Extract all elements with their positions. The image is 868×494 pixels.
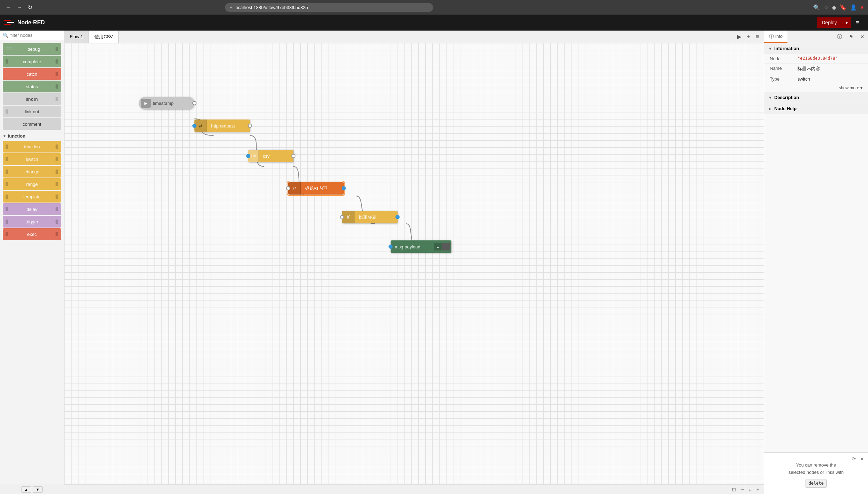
http-icon-symbol: ⇄ [199, 123, 202, 129]
palette-node-switch[interactable]: switch [3, 153, 61, 165]
logo-icon [4, 19, 15, 26]
flow-tab-flow1[interactable]: Flow 1 [64, 31, 89, 43]
palette-node-template[interactable]: template [3, 191, 61, 203]
canvas-node-debug[interactable]: msg.payload ≡ [391, 240, 451, 253]
delay-label: delay [8, 207, 56, 212]
node-help-arrow: ► [768, 107, 772, 111]
timestamp-btn[interactable]: ▶ [141, 99, 151, 108]
information-title: Information [774, 46, 799, 51]
http-request-label: http request [207, 123, 250, 129]
sw-port-right [56, 157, 58, 161]
complete-label: complete [8, 59, 56, 64]
hamburger-menu-button[interactable]: ≡ [851, 19, 864, 27]
browser-bar: ← → ↻ ● localhost:1880/#flow/97eb33ff.5d… [0, 0, 868, 15]
palette-scroll-down[interactable]: ▼ [33, 486, 43, 493]
right-panel: ⓘ info ⓘ ⚑ ✕ ▼ Information Node "e2168de… [764, 31, 868, 494]
palette-node-range[interactable]: range [3, 178, 61, 190]
search-input[interactable] [10, 33, 64, 38]
delay-port-left [6, 207, 8, 211]
function-section-header[interactable]: ▼ function [0, 131, 64, 140]
palette-node-delay[interactable]: delay [3, 203, 61, 215]
flow-add-button[interactable]: + [745, 32, 752, 41]
right-panel-tab-info[interactable]: ⓘ info [764, 31, 787, 43]
description-header[interactable]: ▼ Description [764, 92, 868, 103]
flow-canvas[interactable]: ▶ timestamp ⇄ http request 1:2 csv [64, 43, 764, 484]
csv-label: csv [259, 154, 293, 159]
csv-port-left [246, 154, 250, 158]
debug-list-icon[interactable]: ≡ [434, 243, 442, 250]
palette-scroll-up[interactable]: ▲ [21, 486, 31, 493]
canvas-node-http-request[interactable]: ⇄ http request [194, 120, 250, 132]
flow-tab-actions: ▶ + ≡ [735, 32, 764, 41]
palette-node-comment[interactable]: comment [3, 118, 61, 130]
palette-node-status[interactable]: status [3, 81, 61, 92]
palette-node-trigger[interactable]: trigger [3, 216, 61, 228]
change-label: change [8, 169, 56, 174]
info-tab-icon: ⓘ [769, 33, 774, 40]
star-button[interactable]: ☆ [824, 4, 828, 11]
canvas-node-change[interactable]: ✘ 设定标题 [342, 211, 398, 223]
node-help-header[interactable]: ► Node Help [764, 103, 868, 114]
right-panel-settings-btn[interactable]: ⚑ [845, 34, 857, 40]
zoom-reset-button[interactable]: ○ [747, 486, 753, 493]
palette-node-complete[interactable]: complete [3, 56, 61, 67]
status-port-right [56, 84, 58, 89]
app-name: Node-RED [17, 19, 45, 26]
palette-node-link-out[interactable]: link out [3, 106, 61, 117]
url-bar[interactable]: ● localhost:1880/#flow/97eb33ff.5d825 [225, 3, 433, 12]
node-name-label: Name [770, 66, 798, 72]
palette-node-change[interactable]: change [3, 166, 61, 178]
palette-node-link-in[interactable]: link in [3, 93, 61, 105]
canvas-node-switch[interactable]: ⇄ 标题vs内容 [288, 182, 344, 195]
deploy-button[interactable]: Deploy [817, 17, 842, 28]
deploy-button-group[interactable]: Deploy ▾ [817, 17, 852, 28]
catch-port-right [56, 72, 58, 76]
canvas-node-timestamp[interactable]: ▶ timestamp [139, 97, 194, 109]
zoom-in-button[interactable]: + [755, 486, 761, 493]
forward-button[interactable]: → [15, 3, 24, 12]
profile-button[interactable]: 👤 [850, 4, 857, 11]
extensions-button[interactable]: ◆ [832, 4, 836, 11]
palette-node-catch[interactable]: catch [3, 68, 61, 80]
back-button[interactable]: ← [4, 3, 12, 12]
search-browser-button[interactable]: 🔍 [813, 4, 820, 11]
node-type-row: Type switch [764, 74, 868, 84]
palette-node-debug[interactable]: ≡ debug [3, 43, 61, 55]
canvas-node-csv[interactable]: 1:2 csv [248, 150, 293, 162]
flow-tab-csv[interactable]: 使用CSV [89, 31, 119, 43]
bookmark-button[interactable]: 🔖 [840, 4, 846, 11]
description-arrow: ▼ [768, 96, 772, 100]
tmpl-port-left [6, 195, 8, 199]
fit-button[interactable]: ⊡ [730, 486, 738, 493]
refresh-button[interactable]: ↻ [26, 3, 34, 12]
zoom-out-button[interactable]: − [739, 486, 745, 493]
palette-node-exec[interactable]: exec [3, 228, 61, 240]
palette-nodes: ≡ debug complete catch status li [0, 40, 64, 485]
right-panel-content: ▼ Information Node "e2168de3.84d78" Name… [764, 43, 868, 452]
complete-port-left [6, 59, 8, 64]
function-label: function [8, 144, 56, 149]
flow-menu-button[interactable]: ≡ [754, 32, 761, 41]
palette-search: 🔍 [0, 31, 64, 40]
flow-play-button[interactable]: ▶ [735, 32, 743, 41]
nodered-topbar: Node-RED Deploy ▾ ≡ [0, 15, 868, 31]
catch-label: catch [8, 72, 56, 77]
fn-port-left [6, 145, 8, 149]
node-id-value: "e2168de3.84d78" [798, 56, 838, 61]
linkin-port-right [56, 97, 58, 101]
help-close-button[interactable]: × [859, 455, 865, 462]
help-refresh-button[interactable]: ⟳ [850, 455, 858, 462]
palette-node-function[interactable]: function [3, 141, 61, 153]
right-panel-close-btn[interactable]: ✕ [857, 34, 868, 40]
information-section-header[interactable]: ▼ Information [764, 43, 868, 54]
deploy-dropdown-button[interactable]: ▾ [842, 17, 851, 28]
node-type-label: Type [770, 76, 798, 82]
function-section-label: function [8, 133, 25, 139]
debug-toggle[interactable] [442, 243, 450, 250]
show-more-link[interactable]: show more ▾ [764, 84, 868, 92]
palette-scroll-controls: ▲ ▼ [0, 485, 64, 494]
right-panel-info-btn[interactable]: ⓘ [834, 34, 845, 40]
information-section: ▼ Information Node "e2168de3.84d78" Name… [764, 43, 868, 92]
function-section-arrow: ▼ [3, 134, 6, 138]
menu-browser-button[interactable]: ● [860, 4, 864, 10]
